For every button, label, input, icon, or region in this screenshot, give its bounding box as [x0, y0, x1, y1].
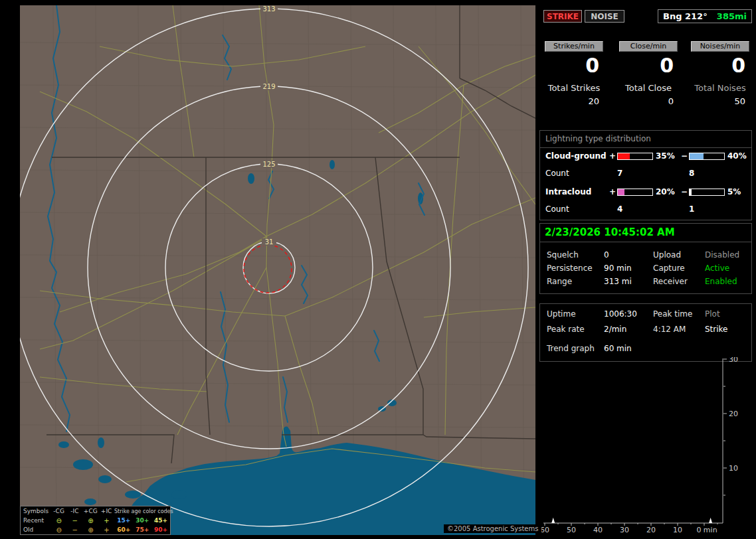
status-panel: 2/23/2026 10:45:02 AM Squelch 0 Upload D… [539, 223, 752, 294]
receiver-label: Receiver [653, 277, 688, 286]
ic-plus-count: 4 [617, 204, 689, 214]
bearing-readout: Bng 212° 385mi [658, 9, 752, 23]
ring-label-219: 219 [262, 83, 275, 90]
divider [540, 242, 751, 242]
age-75: 75+ [133, 526, 151, 533]
cg-minus-pct: 40% [725, 151, 751, 161]
legend-age-title: Strike age color codes [114, 508, 170, 514]
plus-sign: + [609, 187, 617, 196]
bearing-range: 385mi [717, 11, 747, 21]
legend-col-pos-cg: +CG [82, 508, 98, 514]
range-value: 313 mi [604, 277, 632, 286]
count-label: Count [545, 204, 617, 214]
svg-text:0 min: 0 min [696, 526, 717, 534]
upload-status: Disabled [705, 250, 739, 260]
cg-plus-bar [617, 153, 653, 160]
total-strikes-label: Total Strikes [541, 83, 607, 93]
trend-y-tick-labels: 30 20 10 [729, 357, 738, 473]
total-noises-label: Total Noises [687, 83, 753, 93]
uptime-value: 1006:30 [604, 309, 637, 319]
legend-symbols-title: Symbols [21, 508, 51, 514]
strike-button[interactable]: STRIKE [543, 10, 582, 23]
peak-rate-label: Peak rate [547, 325, 585, 334]
pos-cg-old-icon: ⊕ [83, 526, 99, 534]
ic-plus-bar [617, 189, 653, 196]
noise-button[interactable]: NOISE [585, 10, 624, 23]
squelch-row: Squelch 0 Upload Disabled [540, 250, 751, 261]
strikes-per-min-button[interactable]: Strikes/min [545, 41, 603, 52]
capture-label: Capture [653, 264, 685, 273]
legend-old-label: Old [21, 526, 51, 533]
legend-recent-row: Recent ⊖ − ⊕ + 15+ 30+ 45+ [21, 516, 170, 525]
ic-plus-pct: 20% [653, 187, 680, 196]
age-30: 30+ [133, 517, 151, 524]
total-noises-value: 50 [687, 96, 753, 106]
range-row: Range 313 mi Receiver Enabled [540, 277, 751, 287]
count-label: Count [545, 169, 617, 178]
cg-minus-bar-fill [690, 153, 704, 159]
trend-graph-label: Trend graph [547, 344, 595, 353]
legend-col-pos-ic: +IC [98, 508, 114, 514]
divider [540, 147, 751, 148]
noises-counter: Noises/min 0 Total Noises 50 [687, 41, 753, 106]
peak-time-label: Peak time [653, 309, 692, 319]
intracloud-label: Intracloud [545, 187, 609, 196]
age-15: 15+ [114, 517, 133, 524]
neg-ic-recent-icon: − [67, 517, 83, 524]
intracloud-count-row: Count 4 1 [545, 204, 756, 214]
map-legend: Symbols -CG -IC +CG +IC Strike age color… [20, 506, 171, 535]
ring-label-31: 31 [265, 238, 274, 246]
ic-minus-count: 1 [689, 204, 756, 214]
squelch-value: 0 [604, 250, 609, 260]
receiver-status: Enabled [705, 277, 737, 286]
trend-graph: 30 20 10 60 50 40 30 20 10 0 min [539, 357, 756, 539]
pos-ic-recent-icon: + [98, 517, 114, 524]
neg-cg-recent-icon: ⊖ [51, 517, 67, 524]
sidebar: STRIKE NOISE Bng 212° 385mi Strikes/min … [539, 0, 756, 539]
ic-minus-bar-fill [690, 189, 692, 195]
trend-graph-row: Trend graph 60 min [540, 344, 751, 354]
total-close-value: 0 [615, 96, 682, 106]
age-45: 45+ [151, 517, 170, 524]
ring-label-313: 313 [262, 5, 275, 13]
svg-text:10: 10 [729, 464, 738, 473]
datetime-display: 2/23/2026 10:45:02 AM [545, 226, 675, 238]
intracloud-row: Intracloud + 20% − 5% [545, 187, 751, 196]
close-per-min-button[interactable]: Close/min [619, 41, 678, 52]
svg-text:20: 20 [646, 526, 656, 534]
svg-text:50: 50 [567, 526, 576, 534]
persistence-row: Persistence 90 min Capture Active [540, 264, 751, 274]
neg-ic-old-icon: − [67, 526, 83, 534]
persistence-label: Persistence [547, 264, 593, 273]
minus-sign: − [680, 151, 689, 161]
legend-header-row: Symbols -CG -IC +CG +IC Strike age color… [21, 506, 170, 516]
cloud-ground-row: Cloud-ground + 35% − 40% [545, 151, 751, 161]
trend-graph-value: 60 min [604, 344, 632, 353]
total-close-label: Total Close [615, 83, 682, 93]
range-label: Range [547, 277, 572, 286]
trend-spikes [551, 518, 712, 523]
svg-text:20: 20 [729, 410, 738, 418]
distribution-title: Lightning type distribution [545, 134, 651, 143]
legend-old-row: Old ⊖ − ⊕ + 60+ 75+ 90+ [21, 525, 170, 534]
legend-recent-label: Recent [21, 517, 51, 524]
cg-plus-bar-fill [618, 153, 630, 159]
svg-text:40: 40 [593, 526, 603, 534]
uptime-row: Uptime 1006:30 Peak time Plot [540, 309, 751, 320]
age-90: 90+ [151, 526, 170, 533]
plus-sign: + [609, 151, 617, 161]
strikes-per-min-value: 0 [541, 54, 607, 77]
radar-map[interactable]: 313 219 125 31 [20, 5, 535, 535]
cg-plus-count: 7 [617, 169, 689, 178]
upload-label: Upload [653, 250, 681, 260]
close-counter: Close/min 0 Total Close 0 [615, 41, 682, 106]
bearing-label: Bng 212° [663, 11, 708, 21]
plot-label: Plot [705, 309, 720, 319]
minus-sign: − [680, 187, 689, 196]
noises-per-min-button[interactable]: Noises/min [691, 41, 749, 52]
cg-minus-count: 8 [689, 169, 756, 178]
peak-rate-value: 2/min [604, 325, 626, 334]
close-per-min-value: 0 [615, 54, 682, 77]
trend-axes [543, 358, 727, 526]
peak-time-value: 4:12 AM [653, 325, 686, 334]
